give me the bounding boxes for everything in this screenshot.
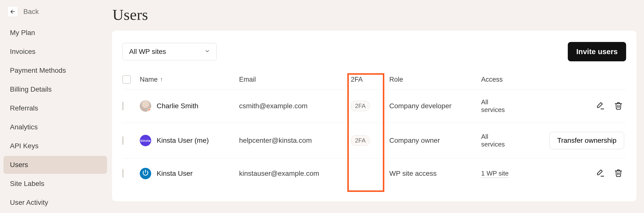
row-checkbox[interactable] <box>122 102 124 110</box>
delete-button[interactable] <box>613 100 624 112</box>
page-title: Users <box>112 6 636 24</box>
sidebar-item-site-labels[interactable]: Site Labels <box>4 175 107 193</box>
site-filter-value: All WP sites <box>129 48 166 56</box>
chevron-down-icon <box>204 48 210 56</box>
sidebar-item-my-plan[interactable]: My Plan <box>4 24 107 42</box>
col-access-label: Access <box>481 76 503 84</box>
user-role: WP site access <box>389 170 481 178</box>
user-access: Allservices <box>481 98 536 114</box>
user-name: Kinsta User (me) <box>157 136 209 144</box>
table-row: kinstaKinsta User (me)helpcenter@kinsta.… <box>122 123 626 158</box>
user-role: Company developer <box>389 102 481 110</box>
trash-icon <box>614 169 623 178</box>
row-actions: Transfer ownership <box>536 132 626 149</box>
site-filter-select[interactable]: All WP sites <box>122 43 217 60</box>
table-row: Kinsta Userkinstauser@example.comWP site… <box>122 158 626 188</box>
col-role[interactable]: Role <box>389 76 481 84</box>
sidebar-item-invoices[interactable]: Invoices <box>4 43 107 60</box>
access-link[interactable]: 1 WP site <box>481 170 509 178</box>
table-body: ↓Charlie Smithcsmith@example.com2FACompa… <box>122 89 626 188</box>
avatar <box>140 168 151 179</box>
table-header: Name ↑ Email 2FA Role Access <box>122 70 626 89</box>
sidebar-item-referrals[interactable]: Referrals <box>4 99 107 117</box>
transfer-ownership-button[interactable]: Transfer ownership <box>550 132 624 149</box>
avatar-badge-icon: ↓ <box>148 108 151 112</box>
user-role: Company owner <box>389 136 481 144</box>
user-2fa: 2FA <box>351 135 389 146</box>
sidebar-item-api-keys[interactable]: API Keys <box>4 137 107 155</box>
col-email[interactable]: Email <box>239 76 351 84</box>
select-all-checkbox[interactable] <box>122 75 131 84</box>
row-actions <box>536 167 626 180</box>
sidebar-item-billing-details[interactable]: Billing Details <box>4 80 107 98</box>
sidebar-item-analytics[interactable]: Analytics <box>4 118 107 136</box>
pencil-icon <box>596 102 605 111</box>
col-name[interactable]: Name ↑ <box>140 76 239 84</box>
sidebar-item-payment-methods[interactable]: Payment Methods <box>4 62 107 80</box>
col-email-label: Email <box>239 76 256 84</box>
sort-asc-icon: ↑ <box>160 76 163 83</box>
avatar: ↓ <box>140 100 151 112</box>
user-name: Kinsta User <box>157 170 193 178</box>
user-email: kinstauser@example.com <box>239 170 351 178</box>
user-access: 1 WP site <box>481 170 536 177</box>
sidebar-list: My PlanInvoicesPayment MethodsBilling De… <box>4 24 107 212</box>
sidebar: Back My PlanInvoicesPayment MethodsBilli… <box>0 0 110 213</box>
back-row: Back <box>4 4 107 24</box>
user-2fa: 2FA <box>351 101 389 111</box>
row-actions <box>536 100 626 112</box>
main: Users All WP sites Invite users Name ↑ <box>110 0 644 213</box>
users-table: Name ↑ Email 2FA Role Access ↓Charlie Sm… <box>122 70 626 188</box>
col-access[interactable]: Access <box>481 76 536 84</box>
row-checkbox <box>122 136 124 145</box>
sidebar-item-users[interactable]: Users <box>4 156 107 174</box>
back-label: Back <box>23 8 39 16</box>
col-name-label: Name <box>140 76 158 84</box>
col-role-label: Role <box>389 76 403 84</box>
user-access: Allservices <box>481 133 536 148</box>
col-2fa[interactable]: 2FA <box>351 76 389 84</box>
avatar: kinsta <box>140 135 151 146</box>
trash-icon <box>614 102 623 111</box>
back-button[interactable] <box>8 6 18 17</box>
sidebar-item-user-activity[interactable]: User Activity <box>4 194 107 212</box>
toolbar: All WP sites Invite users <box>122 42 626 61</box>
2fa-badge: 2FA <box>351 135 370 146</box>
power-icon <box>142 169 149 178</box>
row-checkbox[interactable] <box>122 169 124 178</box>
2fa-badge: 2FA <box>351 101 370 111</box>
delete-button[interactable] <box>613 167 624 180</box>
col-2fa-label: 2FA <box>351 76 363 84</box>
arrow-left-icon <box>10 9 16 14</box>
edit-button[interactable] <box>595 167 606 180</box>
invite-users-button[interactable]: Invite users <box>568 42 626 61</box>
user-email: csmith@example.com <box>239 102 351 110</box>
users-card: All WP sites Invite users Name ↑ Email 2… <box>112 30 636 201</box>
user-email: helpcenter@kinsta.com <box>239 136 351 144</box>
pencil-icon <box>596 169 605 178</box>
edit-button[interactable] <box>595 100 606 112</box>
table-row: ↓Charlie Smithcsmith@example.com2FACompa… <box>122 89 626 123</box>
user-name: Charlie Smith <box>157 102 198 110</box>
